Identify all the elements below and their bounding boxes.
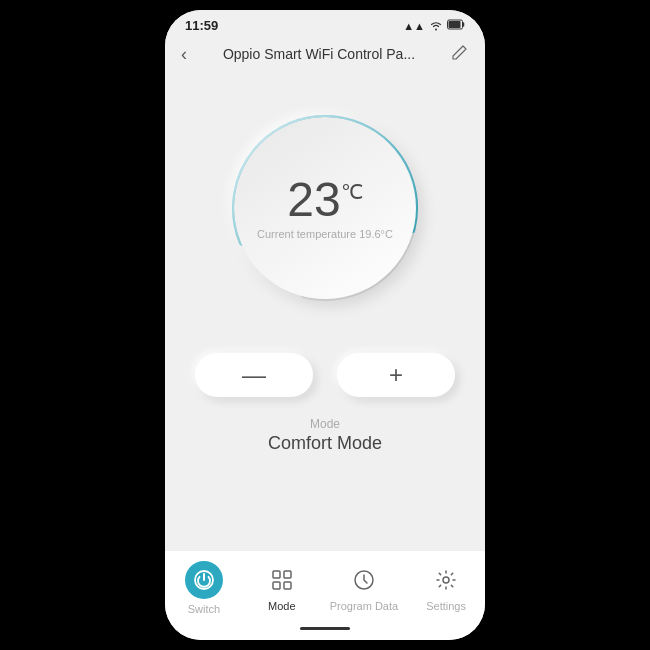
switch-icon	[185, 561, 223, 599]
wifi-icon	[429, 19, 443, 33]
temperature-controls: — +	[185, 353, 465, 397]
mode-label: Mode	[268, 417, 382, 431]
program-label: Program Data	[330, 600, 398, 612]
mode-nav-label: Mode	[268, 600, 296, 612]
nav-settings[interactable]: Settings	[416, 564, 476, 612]
svg-point-12	[443, 577, 449, 583]
top-bar: ‹ Oppio Smart WiFi Control Pa...	[165, 37, 485, 73]
thermostat-dial[interactable]: 23℃ Current temperature 19.6°C	[220, 103, 430, 313]
program-icon	[348, 564, 380, 596]
bottom-navigation: Switch Mode Program Data	[165, 550, 485, 627]
thermostat-display: 23℃ Current temperature 19.6°C	[234, 117, 416, 299]
svg-rect-7	[273, 571, 280, 578]
mode-section: Mode Comfort Mode	[268, 417, 382, 454]
decrease-button[interactable]: —	[195, 353, 313, 397]
home-indicator	[300, 627, 350, 630]
battery-icon	[447, 19, 465, 32]
svg-rect-8	[284, 571, 291, 578]
settings-label: Settings	[426, 600, 466, 612]
phone-frame: 11:59 ▲▲ ‹ Oppio Smart WiFi Control	[165, 10, 485, 640]
signal-icon: ▲▲	[403, 20, 425, 32]
mode-value: Comfort Mode	[268, 433, 382, 454]
status-time: 11:59	[185, 18, 218, 33]
switch-label: Switch	[188, 603, 220, 615]
main-content: 23℃ Current temperature 19.6°C — + Mode …	[165, 73, 485, 550]
nav-program[interactable]: Program Data	[330, 564, 398, 612]
status-icons: ▲▲	[403, 19, 465, 33]
nav-mode[interactable]: Mode	[252, 564, 312, 612]
settings-icon	[430, 564, 462, 596]
set-temperature: 23℃	[287, 176, 362, 224]
nav-switch[interactable]: Switch	[174, 561, 234, 615]
status-bar: 11:59 ▲▲	[165, 10, 485, 37]
svg-rect-10	[284, 582, 291, 589]
current-temperature: Current temperature 19.6°C	[257, 228, 393, 240]
increase-button[interactable]: +	[337, 353, 455, 397]
svg-rect-1	[449, 21, 461, 28]
svg-rect-9	[273, 582, 280, 589]
page-title: Oppio Smart WiFi Control Pa...	[187, 46, 451, 62]
edit-button[interactable]	[451, 43, 469, 65]
mode-icon	[266, 564, 298, 596]
